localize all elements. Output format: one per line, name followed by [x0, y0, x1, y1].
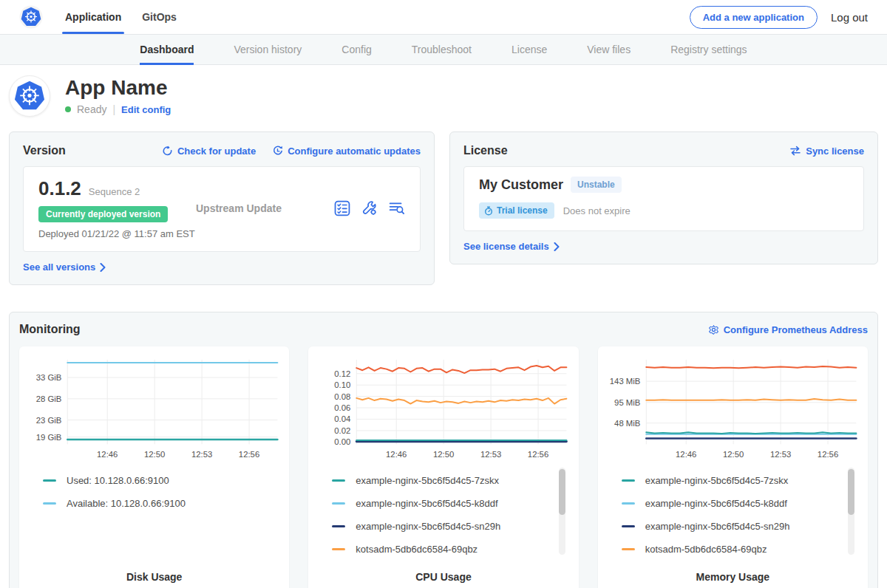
- monitoring-title: Monitoring: [19, 323, 81, 336]
- memory-usage-chart: 12:4612:5012:5312:56143 MiB95 MiB48 MiB: [605, 355, 860, 465]
- legend-label: Available: 10.128.0.66:9100: [67, 498, 186, 509]
- tab-config[interactable]: Config: [341, 35, 371, 64]
- status-badge: Ready: [77, 103, 106, 115]
- legend-swatch: [332, 502, 345, 505]
- svg-text:12:56: 12:56: [239, 450, 259, 459]
- legend-swatch: [43, 502, 56, 505]
- license-expiration: Does not expire: [563, 205, 631, 216]
- legend-label: example-nginx-5bc6f5d4c5-sn29h: [356, 521, 500, 532]
- configure-prometheus-link[interactable]: Configure Prometheus Address: [708, 324, 868, 335]
- currently-deployed-badge: Currently deployed version: [38, 206, 168, 222]
- topnav-tab-application[interactable]: Application: [65, 0, 121, 34]
- topnav-tab-gitops[interactable]: GitOps: [142, 0, 177, 34]
- sync-license-link[interactable]: Sync license: [789, 146, 864, 157]
- ready-status-dot: [65, 106, 71, 112]
- tab-version-history[interactable]: Version history: [234, 35, 302, 64]
- legend-swatch: [622, 479, 635, 482]
- svg-text:0.08: 0.08: [335, 392, 351, 401]
- svg-text:0.00: 0.00: [335, 437, 351, 446]
- legend-label: Used: 10.128.0.66:9100: [67, 475, 169, 486]
- topnav-tabs: ApplicationGitOps: [65, 0, 177, 34]
- legend-label: example-nginx-5bc6f5d4c5-7zskx: [356, 475, 499, 486]
- tab-troubleshoot[interactable]: Troubleshoot: [412, 35, 472, 64]
- gear-icon: [708, 324, 719, 335]
- svg-text:12:50: 12:50: [723, 450, 744, 459]
- legend-scrollbar-thumb[interactable]: [848, 469, 854, 515]
- legend-swatch: [332, 479, 345, 482]
- see-license-details-link[interactable]: See license details: [463, 241, 560, 252]
- sequence-label: Sequence 2: [89, 186, 140, 197]
- legend-label: example-nginx-5bc6f5d4c5-sn29h: [645, 521, 790, 532]
- top-nav: ApplicationGitOps Add a new application …: [0, 0, 887, 34]
- deploy-logs-icon[interactable]: [389, 200, 405, 216]
- tab-view-files[interactable]: View files: [587, 35, 631, 64]
- configure-automatic-updates-link[interactable]: Configure automatic updates: [272, 146, 421, 157]
- svg-text:33 GiB: 33 GiB: [36, 373, 62, 382]
- legend-swatch: [332, 525, 345, 527]
- customer-name: My Customer: [479, 177, 563, 193]
- update-source-label: Upstream Update: [183, 202, 334, 214]
- legend-item: example-nginx-5bc6f5d4c5-7zskx: [622, 475, 847, 486]
- edit-config-link[interactable]: Edit config: [121, 104, 171, 115]
- chevron-right-icon: [554, 242, 560, 251]
- refresh-icon: [162, 146, 173, 157]
- svg-text:0.06: 0.06: [335, 403, 351, 412]
- tab-dashboard[interactable]: Dashboard: [140, 35, 194, 64]
- legend-item: example-nginx-5bc6f5d4c5-sn29h: [332, 521, 557, 532]
- legend-swatch: [43, 479, 56, 482]
- license-card: License Sync license My Customer Unstabl…: [449, 131, 878, 264]
- legend-label: example-nginx-5bc6f5d4c5-k8ddf: [356, 498, 497, 509]
- svg-text:12:56: 12:56: [818, 450, 838, 459]
- svg-text:12:53: 12:53: [480, 450, 501, 459]
- auto-update-clock-icon: [272, 146, 283, 157]
- legend-label: example-nginx-5bc6f5d4c5-k8ddf: [645, 498, 787, 509]
- svg-text:12:50: 12:50: [433, 450, 454, 459]
- sync-arrows-icon: [789, 146, 801, 156]
- svg-text:143 MiB: 143 MiB: [609, 377, 640, 386]
- memory-usage-card: 12:4612:5012:5312:56143 MiB95 MiB48 MiB …: [598, 346, 868, 588]
- divider: |: [112, 103, 115, 115]
- preflight-checks-icon[interactable]: [334, 200, 350, 216]
- tab-license[interactable]: License: [512, 35, 547, 64]
- page-title: App Name: [65, 77, 171, 100]
- legend-item: example-nginx-5bc6f5d4c5-k8ddf: [622, 498, 847, 509]
- see-all-versions-link[interactable]: See all versions: [23, 261, 106, 273]
- svg-text:95 MiB: 95 MiB: [614, 398, 640, 407]
- svg-text:19 GiB: 19 GiB: [36, 433, 62, 442]
- monitoring-section: Monitoring Configure Prometheus Address …: [9, 312, 878, 588]
- legend-item: Available: 10.128.0.66:9100: [43, 498, 268, 509]
- svg-text:12:46: 12:46: [676, 450, 696, 459]
- disk-usage-legend: Used: 10.128.0.66:9100Available: 10.128.…: [43, 475, 268, 509]
- app-sub-nav: DashboardVersion historyConfigTroublesho…: [0, 34, 887, 65]
- tab-registry-settings[interactable]: Registry settings: [670, 35, 747, 64]
- logout-button[interactable]: Log out: [831, 11, 868, 24]
- chart-title: CPU Usage: [316, 567, 571, 588]
- svg-text:48 MiB: 48 MiB: [614, 419, 640, 428]
- legend-scrollbar-track: [559, 468, 565, 555]
- disk-usage-card: 12:4612:5012:5312:5633 GiB28 GiB23 GiB19…: [19, 346, 289, 588]
- legend-item: example-nginx-5bc6f5d4c5-sn29h: [622, 521, 847, 532]
- kubernetes-logo-icon[interactable]: [19, 5, 43, 29]
- cpu-usage-chart: 12:4612:5012:5312:560.120.100.080.060.04…: [316, 355, 571, 465]
- deployed-timestamp: Deployed 01/21/22 @ 11:57 am EST: [38, 228, 183, 239]
- check-for-update-link[interactable]: Check for update: [162, 146, 256, 157]
- chart-title: Disk Usage: [27, 567, 282, 588]
- cpu-usage-legend: example-nginx-5bc6f5d4c5-7zskxexample-ng…: [332, 475, 557, 555]
- svg-text:23 GiB: 23 GiB: [36, 416, 62, 425]
- add-application-button[interactable]: Add a new application: [690, 6, 818, 29]
- chart-title: Memory Usage: [605, 567, 860, 588]
- config-wrench-icon[interactable]: [361, 200, 378, 216]
- stopwatch-icon: [484, 206, 493, 216]
- svg-text:12:53: 12:53: [191, 450, 212, 459]
- legend-scrollbar-track: [848, 468, 854, 555]
- legend-scrollbar-thumb[interactable]: [559, 469, 565, 515]
- svg-text:12:50: 12:50: [144, 450, 165, 459]
- app-header: App Name Ready | Edit config: [0, 65, 887, 129]
- svg-text:28 GiB: 28 GiB: [36, 394, 62, 403]
- legend-swatch: [332, 548, 345, 550]
- svg-text:0.04: 0.04: [335, 414, 351, 423]
- svg-text:12:46: 12:46: [386, 450, 407, 459]
- legend-item: kotsadm-5db6dc6584-69qbz: [622, 544, 847, 555]
- app-avatar: [9, 75, 50, 117]
- subnav-tabs: DashboardVersion historyConfigTroublesho…: [140, 35, 747, 64]
